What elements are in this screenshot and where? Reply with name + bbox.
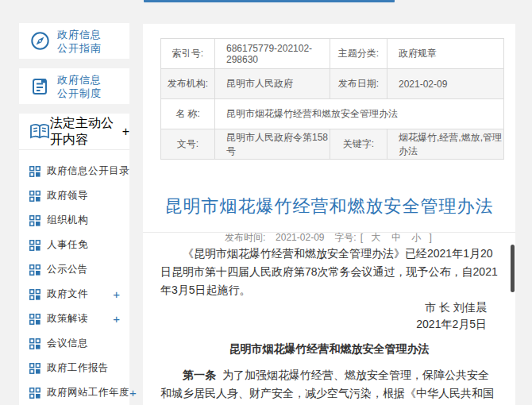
grid-icon: [29, 166, 40, 177]
sidebar-item-gov-leaders[interactable]: 政府领导: [19, 183, 129, 208]
article-body: 《昆明市烟花爆竹经营和燃放安全管理办法》已经2021年1月20日昆明市第十四届人…: [143, 240, 515, 405]
sidebar: 政府信息公开指南 政府信息公开制度: [19, 0, 129, 405]
compass-icon: [29, 31, 50, 52]
sidebar-item-label: 政府网站工作年度: [47, 386, 129, 399]
book-icon: [29, 123, 50, 141]
grid-icon: [29, 215, 40, 226]
sidebar-open-content-block: 法定主动公开内容 + 政府信息公开目录 政府领导 组织机构: [19, 114, 129, 405]
expand-plus-icon[interactable]: +: [113, 287, 120, 301]
grid-icon: [29, 289, 40, 300]
sidebar-item-label: 政府工作报告: [47, 361, 109, 375]
sidebar-item-label: 组织机构: [47, 214, 88, 227]
sidebar-card-statutory-content[interactable]: 法定主动公开内容 +: [19, 114, 129, 150]
article-1-paragraph: 第一条为了加强烟花爆竹经营、燃放安全管理，保障公共安全和城乡居民人身、财产安全，…: [160, 366, 498, 405]
sidebar-item-gov-info-catalog[interactable]: 政府信息公开目录: [19, 159, 129, 183]
sidebar-item-label: 政府领导: [47, 189, 88, 202]
sidebar-item-website-annual-report[interactable]: 政府网站工作年度 +: [19, 380, 129, 405]
sidebar-item-label: 会议信息: [47, 337, 88, 350]
meta-value-docno: 昆明市人民政府令第158号: [215, 129, 330, 160]
sidebar-item-gov-work-report[interactable]: 政府工作报告: [19, 356, 129, 380]
sidebar-card-open-guide[interactable]: 政府信息公开指南: [19, 23, 129, 59]
sidebar-card-label: 法定主动公开内容: [50, 115, 122, 148]
document-icon: [29, 76, 50, 97]
top-nav-underline: [144, 0, 395, 2]
grid-icon: [29, 363, 40, 374]
meta-label-name: 名 称:: [161, 99, 215, 129]
document-heading: 昆明市烟花爆竹经营和燃放安全管理办法: [160, 340, 498, 358]
signature-name: 市 长 刘佳晨: [160, 299, 498, 316]
scrollbar-thumb[interactable]: [511, 245, 515, 292]
meta-value-name: 昆明市烟花爆竹经营和燃放安全管理办法: [215, 99, 504, 129]
sidebar-item-label: 人事任免: [47, 238, 88, 252]
sidebar-item-policy-interpretation[interactable]: 政策解读 +: [19, 307, 129, 331]
grid-icon: [29, 388, 40, 399]
meta-value-index: 686175779-202102-298630: [215, 39, 330, 69]
article-1-label: 第一条: [183, 368, 216, 381]
sidebar-item-label: 政策解读: [47, 312, 88, 326]
meta-value-date: 2021-02-09: [387, 69, 504, 99]
grid-icon: [29, 264, 40, 276]
sidebar-item-personnel[interactable]: 人事任免: [19, 233, 129, 257]
meta-label-org: 发布机构:: [161, 69, 215, 99]
sidebar-card-label: 政府信息公开指南: [57, 28, 106, 55]
meta-table: 索引号: 686175779-202102-298630 主题分类: 政府规章 …: [160, 38, 504, 160]
meta-value-org: 昆明市人民政府: [215, 69, 330, 99]
sidebar-item-public-notices[interactable]: 公示公告: [19, 257, 129, 282]
page-title: 昆明市烟花爆竹经营和燃放安全管理办法: [143, 195, 515, 218]
meta-label-date: 发布日期:: [330, 69, 387, 99]
content-divider: [143, 232, 515, 233]
sidebar-item-label: 政府信息公开目录: [47, 164, 129, 178]
meta-value-keyword: 烟花爆竹,经营,燃放,管理办法: [387, 129, 504, 160]
sidebar-card-label: 政府信息公开制度: [57, 73, 106, 100]
meta-value-topic: 政府规章: [387, 39, 504, 69]
sidebar-item-meeting-info[interactable]: 会议信息: [19, 331, 129, 356]
expand-plus-icon[interactable]: +: [129, 386, 137, 399]
intro-paragraph: 《昆明市烟花爆竹经营和燃放安全管理办法》已经2021年1月20日昆明市第十四届人…: [160, 245, 498, 299]
grid-icon: [29, 338, 40, 349]
sidebar-card-open-system[interactable]: 政府信息公开制度: [19, 68, 129, 104]
grid-icon: [29, 314, 40, 325]
sidebar-item-gov-documents[interactable]: 政府文件 +: [19, 282, 129, 307]
sidebar-item-label: 政府文件: [47, 287, 88, 301]
sidebar-item-organizations[interactable]: 组织机构: [19, 208, 129, 233]
page: 政府信息公开指南 政府信息公开制度: [0, 0, 532, 405]
signature-date: 2021年2月5日: [160, 316, 498, 333]
meta-label-topic: 主题分类:: [330, 39, 387, 69]
content-panel: 索引号: 686175779-202102-298630 主题分类: 政府规章 …: [143, 24, 515, 405]
sidebar-item-label: 公示公告: [47, 263, 88, 276]
meta-label-index: 索引号:: [161, 39, 215, 69]
expand-plus-icon[interactable]: +: [113, 312, 120, 326]
meta-label-keyword: 关键字:: [330, 129, 387, 160]
meta-label-docno: 文号:: [161, 129, 215, 160]
expand-plus-icon[interactable]: +: [122, 125, 129, 139]
grid-icon: [29, 191, 40, 202]
grid-icon: [29, 240, 40, 251]
sidebar-menu: 政府信息公开目录 政府领导 组织机构 人事任免 公示公告: [19, 150, 129, 405]
